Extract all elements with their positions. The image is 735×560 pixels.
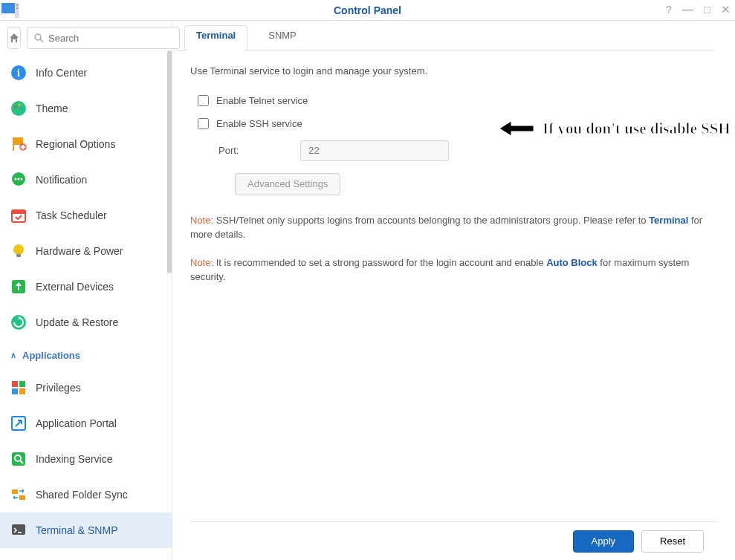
- bulb-icon: [10, 243, 27, 259]
- svg-line-5: [40, 39, 43, 42]
- sidebar-item-terminal-snmp[interactable]: Terminal & SNMP: [0, 512, 172, 548]
- svg-point-19: [18, 178, 20, 180]
- telnet-checkbox[interactable]: [198, 95, 209, 106]
- svg-rect-2: [16, 4, 18, 6]
- sidebar-item-indexing[interactable]: Indexing Service: [0, 441, 172, 477]
- note-1: Note: SSH/Telnet only supports logins fr…: [190, 213, 717, 242]
- annotation-text: If you don't use disable SSH service: [543, 120, 735, 138]
- port-label: Port:: [218, 143, 285, 158]
- svg-rect-3: [16, 7, 18, 9]
- sidebar-item-label: Terminal & SNMP: [36, 524, 117, 536]
- sidebar-item-hardware[interactable]: Hardware & Power: [0, 233, 172, 269]
- info-icon: i: [10, 65, 27, 81]
- intro-text: Use Terminal service to login and manage…: [190, 64, 717, 79]
- svg-point-23: [13, 244, 24, 255]
- auto-block-link[interactable]: Auto Block: [546, 257, 598, 268]
- search-input[interactable]: [48, 33, 173, 44]
- note-2: Note: It is recommended to set a strong …: [190, 255, 717, 284]
- note-label: Note:: [190, 257, 213, 268]
- sidebar-item-label: Hardware & Power: [36, 245, 123, 257]
- tab-terminal[interactable]: Terminal: [180, 21, 252, 50]
- svg-point-18: [15, 178, 17, 180]
- sidebar-item-label: Notification: [36, 174, 87, 186]
- svg-point-4: [35, 34, 41, 40]
- sync-icon: [10, 486, 27, 503]
- sidebar-item-external-devices[interactable]: External Devices: [0, 269, 172, 305]
- sidebar-item-theme[interactable]: Theme: [0, 91, 172, 126]
- refresh-icon: [10, 314, 27, 331]
- sidebar-item-label: Shared Folder Sync: [36, 489, 128, 501]
- sidebar-item-app-portal[interactable]: Application Portal: [0, 406, 172, 441]
- svg-rect-16: [22, 145, 24, 149]
- sidebar-item-info-center[interactable]: i Info Center: [0, 55, 172, 91]
- port-input[interactable]: [300, 140, 449, 161]
- chat-icon: [10, 172, 27, 188]
- svg-rect-28: [19, 381, 25, 387]
- minimize-icon[interactable]: —: [682, 3, 693, 16]
- sidebar-section-label: Applications: [22, 350, 80, 361]
- search-file-icon: [10, 451, 27, 467]
- search-box[interactable]: [27, 27, 180, 49]
- svg-rect-24: [16, 254, 21, 257]
- svg-rect-35: [12, 489, 18, 494]
- sidebar-item-privileges[interactable]: Privileges: [0, 370, 172, 406]
- svg-text:i: i: [17, 68, 20, 79]
- sidebar-item-label: Task Scheduler: [36, 209, 107, 221]
- svg-rect-29: [12, 388, 18, 394]
- advanced-settings-button[interactable]: Advanced Settings: [235, 173, 340, 195]
- content-pane: Terminal SNMP Use Terminal service to lo…: [172, 21, 735, 560]
- tab-snmp[interactable]: SNMP: [252, 21, 313, 50]
- terminal-link[interactable]: Terminal: [649, 215, 688, 226]
- reset-button[interactable]: Reset: [641, 530, 704, 553]
- svg-point-11: [21, 108, 23, 110]
- svg-rect-27: [12, 381, 18, 387]
- port-row: Port:: [190, 136, 717, 166]
- help-icon[interactable]: ?: [666, 3, 672, 16]
- telnet-label: Enable Telnet service: [216, 94, 308, 108]
- sidebar-item-label: Info Center: [36, 67, 87, 79]
- portal-icon: [10, 415, 27, 432]
- note-text: SSH/Telnet only supports logins from acc…: [213, 215, 649, 226]
- svg-rect-22: [12, 210, 25, 214]
- sidebar-item-task-scheduler[interactable]: Task Scheduler: [0, 198, 172, 233]
- tab-bar: Terminal SNMP: [172, 21, 714, 51]
- sidebar-item-label: Regional Options: [36, 138, 115, 150]
- sidebar-item-notification[interactable]: Notification: [0, 162, 172, 198]
- apply-button[interactable]: Apply: [573, 530, 635, 553]
- svg-rect-0: [1, 3, 15, 13]
- svg-rect-37: [12, 524, 25, 535]
- home-icon: [8, 32, 20, 44]
- maximize-icon[interactable]: □: [704, 3, 710, 16]
- ssh-checkbox[interactable]: [198, 118, 209, 129]
- sidebar-item-update-restore[interactable]: Update & Restore: [0, 305, 172, 340]
- svg-rect-12: [13, 137, 14, 151]
- svg-point-10: [19, 104, 21, 106]
- sidebar: i Info Center Theme Regional Options Not…: [0, 21, 172, 560]
- sidebar-item-label: Application Portal: [36, 417, 117, 429]
- note-label: Note:: [190, 215, 213, 226]
- ssh-label: Enable SSH service: [216, 117, 302, 131]
- upload-icon: [10, 279, 27, 295]
- svg-rect-30: [19, 388, 25, 394]
- footer-bar: Apply Reset: [190, 521, 717, 560]
- flag-icon: [10, 136, 27, 152]
- close-icon[interactable]: ✕: [721, 3, 731, 16]
- svg-rect-36: [19, 495, 25, 500]
- terminal-icon: [10, 522, 27, 538]
- search-icon: [33, 33, 44, 43]
- sidebar-item-regional[interactable]: Regional Options: [0, 126, 172, 162]
- palette-icon: [10, 100, 27, 117]
- sidebar-section-applications[interactable]: ∧ Applications: [0, 340, 172, 370]
- sidebar-item-shared-sync[interactable]: Shared Folder Sync: [0, 477, 172, 512]
- home-button[interactable]: [7, 27, 21, 49]
- chevron-up-icon: ∧: [10, 351, 16, 360]
- window-title: Control Panel: [0, 4, 735, 16]
- calendar-icon: [10, 207, 27, 224]
- sidebar-item-label: Privileges: [36, 382, 81, 394]
- titlebar: Control Panel ? — □ ✕: [0, 0, 735, 21]
- svg-rect-32: [12, 452, 25, 466]
- sidebar-item-label: External Devices: [36, 281, 114, 293]
- scrollbar[interactable]: [167, 51, 172, 273]
- svg-point-8: [11, 101, 26, 116]
- sidebar-item-label: Theme: [36, 102, 68, 114]
